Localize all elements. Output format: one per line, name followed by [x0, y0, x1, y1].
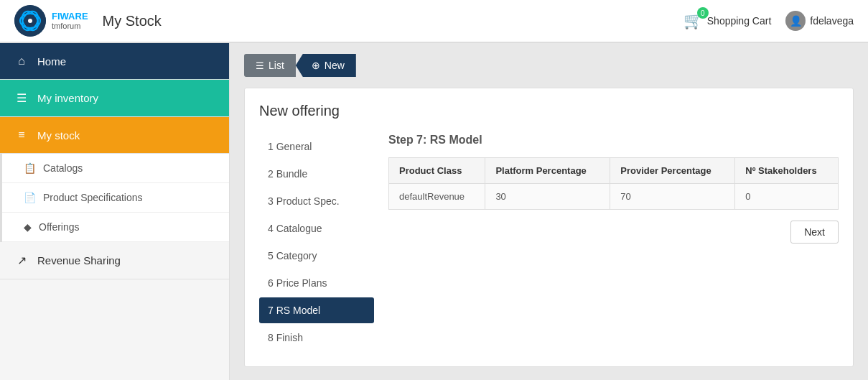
offering-title: New offering [259, 103, 839, 119]
sidebar-item-stock-label: My stock [37, 129, 80, 142]
col-platform-pct: Platform Percentage [485, 158, 610, 184]
app-title: My Stock [103, 13, 162, 29]
sidebar-item-my-stock[interactable]: ≡ My stock [0, 117, 229, 154]
new-tab-label: New [325, 60, 345, 71]
user-label: fdelavega [810, 15, 854, 27]
logo-fiware-text: FIWARE [52, 11, 88, 22]
user-avatar-icon: 👤 [785, 11, 806, 31]
shopping-cart-button[interactable]: 🛒 0 Shopping Cart [683, 11, 772, 30]
sidebar-product-spec-label: Product Specifications [43, 192, 143, 203]
catalogs-icon: 📋 [24, 162, 36, 174]
sidebar-item-revenue-sharing[interactable]: ↗ Revenue Sharing [0, 242, 229, 279]
sidebar-item-offerings[interactable]: ◆ Offerings [2, 213, 229, 242]
content-area: ☰ List ⊕ New New offering 1 General 2 Bu… [230, 43, 868, 380]
col-product-class: Product Class [389, 158, 485, 184]
cell-platform-pct: 30 [485, 184, 610, 210]
header-right: 🛒 0 Shopping Cart 👤 fdelavega [683, 11, 854, 31]
offering-inner: New offering 1 General 2 Bundle 3 Produc… [259, 103, 839, 352]
step-finish[interactable]: 8 Finish [259, 325, 374, 351]
sidebar-revenue-label: Revenue Sharing [37, 254, 121, 267]
breadcrumb-tabs: ☰ List ⊕ New [244, 54, 854, 77]
step-catalogue[interactable]: 4 Catalogue [259, 216, 374, 241]
rs-model-table: Product Class Platform Percentage Provid… [388, 157, 839, 210]
cart-badge: 0 [697, 7, 709, 19]
list-tab-icon: ☰ [256, 60, 264, 71]
tab-list[interactable]: ☰ List [244, 54, 296, 77]
sidebar-item-home[interactable]: ⌂ Home [0, 43, 229, 80]
next-btn-area: Next [388, 221, 839, 244]
sidebar-offerings-label: Offerings [39, 221, 80, 233]
product-spec-icon: 📄 [24, 192, 36, 203]
col-provider-pct: Provider Percentage [610, 158, 735, 184]
step-product-spec[interactable]: 3 Product Spec. [259, 188, 374, 214]
home-icon: ⌂ [14, 55, 29, 68]
new-tab-icon: ⊕ [312, 60, 320, 71]
sub-items: 📋 Catalogs 📄 Product Specifications ◆ Of… [0, 154, 229, 242]
user-icon: 👤 [790, 15, 802, 27]
offerings-icon: ◆ [24, 221, 32, 233]
header-left: FIWARE tmforum My Stock [14, 5, 162, 37]
cart-icon-wrap: 🛒 0 [683, 11, 703, 30]
step-price-plans[interactable]: 6 Price Plans [259, 270, 374, 296]
cart-label: Shopping Cart [707, 15, 772, 27]
main-layout: ⌂ Home ☰ My inventory ≡ My stock 📋 Catal… [0, 43, 868, 380]
step-general[interactable]: 1 General [259, 134, 374, 159]
cell-provider-pct: 70 [610, 184, 735, 210]
user-menu[interactable]: 👤 fdelavega [785, 11, 854, 31]
inventory-icon: ☰ [14, 91, 29, 105]
sidebar-item-home-label: Home [37, 55, 66, 68]
svg-point-4 [28, 19, 32, 23]
logo-area: FIWARE tmforum [14, 5, 88, 37]
step-content: Step 7: RS Model Product Class Platform … [388, 134, 839, 352]
cell-stakeholders: 0 [735, 184, 839, 210]
next-button[interactable]: Next [790, 221, 839, 244]
stock-icon: ≡ [14, 129, 29, 142]
sidebar: ⌂ Home ☰ My inventory ≡ My stock 📋 Catal… [0, 43, 230, 380]
sidebar-item-catalogs[interactable]: 📋 Catalogs [2, 154, 229, 183]
steps-nav: 1 General 2 Bundle 3 Product Spec. 4 Cat… [259, 134, 374, 352]
step-bundle[interactable]: 2 Bundle [259, 161, 374, 187]
sidebar-item-inventory-label: My inventory [37, 92, 98, 104]
offering-panel: New offering 1 General 2 Bundle 3 Produc… [244, 88, 854, 367]
logo-icon [14, 5, 46, 37]
step-category[interactable]: 5 Category [259, 243, 374, 269]
sidebar-catalogs-label: Catalogs [43, 162, 83, 174]
table-row: defaultRevenue 30 70 0 [389, 184, 839, 210]
sidebar-item-my-inventory[interactable]: ☰ My inventory [0, 80, 229, 117]
logo-text: FIWARE tmforum [52, 11, 88, 30]
cell-product-class: defaultRevenue [389, 184, 485, 210]
revenue-sharing-icon: ↗ [14, 254, 29, 267]
list-tab-label: List [269, 60, 284, 71]
tab-new[interactable]: ⊕ New [296, 54, 356, 77]
step-title: Step 7: RS Model [388, 134, 839, 147]
offering-body: 1 General 2 Bundle 3 Product Spec. 4 Cat… [259, 134, 839, 352]
sidebar-item-product-specifications[interactable]: 📄 Product Specifications [2, 183, 229, 213]
table-header-row: Product Class Platform Percentage Provid… [389, 158, 839, 184]
step-rs-model[interactable]: 7 RS Model [259, 297, 374, 323]
header: FIWARE tmforum My Stock 🛒 0 Shopping Car… [0, 0, 868, 43]
logo-tmforum-text: tmforum [52, 22, 88, 30]
col-stakeholders: Nº Stakeholders [735, 158, 839, 184]
